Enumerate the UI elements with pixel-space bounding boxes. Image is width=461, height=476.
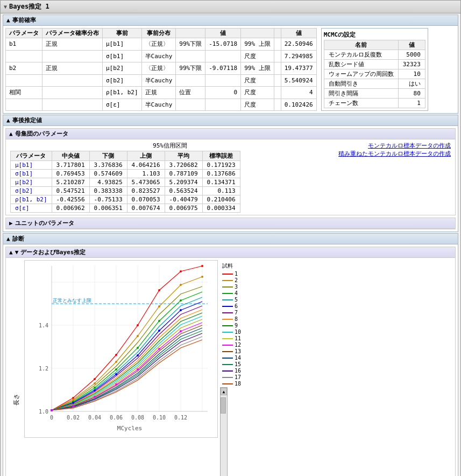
- svg-point-61: [158, 348, 160, 350]
- svg-point-36: [94, 382, 96, 384]
- cell-blank: [205, 99, 241, 111]
- chart-area: 長さ: [6, 258, 455, 476]
- legend-label: 2: [235, 277, 238, 283]
- svg-point-29: [115, 354, 117, 356]
- svg-point-45: [115, 368, 117, 370]
- cell-mean: 5.209374: [165, 178, 202, 187]
- cell-lower: 0.383338: [89, 187, 127, 195]
- mcmc-cell-value: 10: [398, 69, 425, 79]
- legend-label: 15: [235, 361, 241, 367]
- legend-scroll-area: 試料 1 2 3 4 5 6 7 8 9 10 11 12 13: [220, 260, 258, 476]
- svg-point-40: [180, 284, 182, 286]
- cell-blank: [6, 99, 42, 111]
- svg-text:1.4: 1.4: [39, 323, 48, 328]
- mcmc-cell-name: 間引き間隔: [324, 89, 398, 99]
- col-dist: パラメータ確率分布: [42, 29, 103, 38]
- cell-median: 0.547521: [52, 187, 89, 195]
- svg-point-31: [158, 289, 160, 291]
- svg-point-59: [115, 383, 117, 386]
- link-monte-carlo[interactable]: モンテカルロ標本データの作成: [338, 142, 451, 150]
- link-stacked-monte-carlo[interactable]: 積み重ねたモンテカルロ標本データの作成: [338, 150, 451, 158]
- legend-label: 8: [235, 316, 238, 322]
- cell-ci-val2: 4: [281, 87, 316, 99]
- legend-line: [222, 286, 233, 288]
- cell-ci-val2: 22.50946: [281, 38, 316, 51]
- legend-label: 18: [235, 381, 241, 387]
- diagnostics-header[interactable]: ▲ 診断: [3, 234, 458, 244]
- links-area: モンテカルロ標本データの作成 積み重ねたモンテカルロ標本データの作成: [338, 142, 451, 158]
- cell-prior-dist: 半Cauchy: [141, 74, 176, 87]
- cell-blank: [42, 99, 103, 111]
- legend-line: [222, 293, 233, 294]
- svg-point-28: [94, 378, 96, 380]
- svg-point-53: [137, 354, 139, 356]
- cell-upper: 1.103: [127, 170, 165, 178]
- cell-blank: [274, 87, 281, 99]
- scrollbar-thumb[interactable]: [221, 397, 226, 414]
- posterior-header[interactable]: ▲ 事後推定値: [3, 115, 458, 126]
- table-row: b1 正規 μ[b1] 〈正規〉 99%下限 -15.0718 99% 上限 2…: [6, 38, 317, 51]
- chart-label: データおよびBayes推定: [20, 248, 86, 256]
- diag-triangle-icon: ▲: [6, 235, 10, 242]
- mcmc-col-val: 値: [398, 40, 425, 50]
- legend-item: 4: [222, 290, 258, 296]
- cell-ci-val: -15.0718: [205, 38, 241, 51]
- cell-blank: [205, 50, 241, 62]
- col-val1: 値: [205, 29, 241, 38]
- svg-point-38: [137, 335, 139, 337]
- svg-point-44: [94, 387, 96, 389]
- legend-line: [222, 325, 233, 326]
- legend-item: 3: [222, 284, 258, 290]
- param-table-row: σ[b2] 0.547521 0.383338 0.823527 0.56352…: [11, 187, 240, 195]
- svg-point-50: [72, 402, 74, 404]
- cell-mean: 3.720682: [165, 161, 202, 170]
- legend-line: [222, 351, 233, 352]
- diagnostics-section: ▲ 診断 ▲ ▼ データおよびBayes推定 長さ: [3, 233, 458, 476]
- legend-line: [222, 280, 233, 281]
- scrollbar-up-btn[interactable]: ▲: [221, 388, 227, 395]
- col-blank3: [274, 29, 281, 38]
- title-bar: ▼ Bayes推定 1: [1, 1, 460, 13]
- prior-triangle-icon: ▲: [6, 17, 10, 24]
- param-table-row: σ[ε] 0.006962 0.006351 0.007674 0.006975…: [11, 204, 240, 213]
- legend-label: 4: [235, 290, 238, 296]
- population-header[interactable]: ▲ 母集団のパラメータ: [6, 129, 455, 139]
- cell-scale-val: 0.102426: [281, 99, 316, 111]
- legend-item: 11: [222, 335, 258, 341]
- cell-ci-label: 位置: [176, 87, 205, 99]
- col-param: パラメータ: [6, 29, 42, 38]
- legend-item: 6: [222, 303, 258, 309]
- mcmc-cell-name: 乱数シード値: [324, 60, 398, 69]
- mcmc-table: 名前 値 モンテカルロ反復数5000乱数シード値32323ウォームアップの周回数…: [324, 40, 425, 108]
- legend-line: [222, 338, 233, 339]
- unit-header[interactable]: ▶ ユニットのパラメータ: [6, 218, 455, 229]
- cell-blank: [176, 74, 205, 87]
- cell-prior-dist: 半Cauchy: [141, 50, 176, 62]
- legend-item: 2: [222, 277, 258, 283]
- cell-ci-label: 99%下限: [176, 62, 205, 75]
- mcmc-cell-name: 自動間引き: [324, 79, 398, 89]
- svg-point-32: [180, 270, 182, 272]
- mcmc-cell-name: モンテカルロ反復数: [324, 50, 398, 60]
- cell-ci-label2: 99% 上限: [241, 38, 274, 51]
- legend-item: 13: [222, 348, 258, 354]
- param-table: パラメータ 中央値 下側 上側 平均 標準誤差 μ[b1] 3.717801 3…: [10, 151, 240, 213]
- cell-dist: 正規: [42, 38, 103, 51]
- legend-item: 16: [222, 368, 258, 374]
- legend-item: 8: [222, 316, 258, 322]
- svg-text:0.04: 0.04: [88, 415, 101, 421]
- param-table-row: σ[b1] 0.769453 0.574609 1.103 0.787109 0…: [11, 170, 240, 178]
- chart-header[interactable]: ▲ ▼ データおよびBayes推定: [6, 247, 455, 258]
- cell-ci-label: 99%下限: [176, 38, 205, 51]
- legend-scrollbar[interactable]: ▲ ▼: [220, 387, 228, 476]
- legend-line: [222, 345, 233, 346]
- col-prior-dist: 事前分布: [141, 29, 176, 38]
- table-row: σ[ε] 半Cauchy 尺度 0.102426: [6, 99, 317, 111]
- legend-area: 試料 1 2 3 4 5 6 7 8 9 10 11 12 13: [220, 260, 258, 387]
- prior-header[interactable]: ▲ 事前確率: [3, 15, 458, 26]
- cell-mean: 0.787109: [165, 170, 202, 178]
- legend-title: 試料: [222, 262, 258, 270]
- mcmc-cell-value: はい: [398, 79, 425, 89]
- legend-line: [222, 377, 233, 378]
- legend-label: 5: [235, 297, 238, 303]
